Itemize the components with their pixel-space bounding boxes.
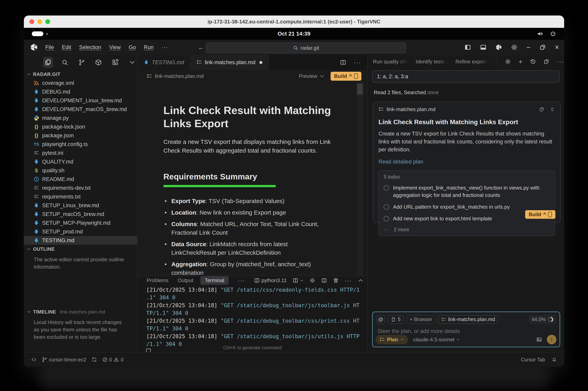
open-chat-icon[interactable]: [544, 59, 549, 65]
read-detailed-plan-link[interactable]: Read detailed plan: [378, 159, 555, 165]
chat-tab-2[interactable]: Refine export links f: [456, 59, 489, 65]
tab-testing-md[interactable]: TESTING.md: [137, 55, 190, 70]
package-view-button[interactable]: [94, 57, 104, 68]
kill-terminal-icon[interactable]: [333, 278, 339, 283]
build-button[interactable]: Build ^: [525, 210, 555, 219]
build-button[interactable]: Build ^: [331, 72, 361, 81]
chat-input-box[interactable]: @ 5 + Browser link-matches.plan.md 44.0%: [372, 311, 560, 347]
editor-scrollbar[interactable]: [357, 83, 363, 275]
file-item[interactable]: SETUP_Linux_brew.md: [24, 201, 137, 210]
file-item[interactable]: coverage.xml: [24, 79, 137, 88]
plan-file-name[interactable]: link-matches.plan.md: [387, 106, 436, 112]
file-item[interactable]: SETUP_prod.md: [24, 227, 137, 236]
file-item[interactable]: requirements.txt: [24, 192, 137, 201]
scrollbar-thumb[interactable]: [357, 84, 363, 95]
file-item[interactable]: $quality.sh: [24, 166, 137, 175]
source-control-view-button[interactable]: [77, 57, 87, 68]
sync-icon[interactable]: [92, 357, 97, 362]
new-chat-icon[interactable]: +: [518, 58, 522, 65]
file-item[interactable]: DEBUG.md: [24, 88, 137, 96]
chat-settings-icon[interactable]: [505, 59, 511, 65]
file-item[interactable]: {}package-lock.json: [24, 122, 137, 131]
window-minimize-button[interactable]: −: [526, 44, 531, 51]
notifications-bell-icon[interactable]: [551, 357, 557, 362]
git-branch-status[interactable]: cursor-timon-ec2: [42, 357, 86, 363]
menu-go[interactable]: Go: [129, 44, 136, 50]
todo-checkbox[interactable]: [384, 204, 389, 210]
open-in-editor-icon[interactable]: [539, 107, 544, 112]
more-views-button[interactable]: [127, 57, 137, 68]
breadcrumb-file[interactable]: link-matches.plan.md: [155, 73, 204, 79]
cursor-tab-status[interactable]: Cursor Tab: [521, 357, 545, 363]
panel-more-icon[interactable]: ···: [238, 277, 245, 284]
split-terminal-icon[interactable]: [321, 278, 327, 283]
menu-file[interactable]: File: [45, 44, 54, 50]
panel-tab-output[interactable]: Output: [178, 277, 193, 284]
attach-image-icon[interactable]: [536, 337, 542, 343]
collapse-expand-icon[interactable]: [550, 107, 555, 112]
preview-dropdown[interactable]: Preview: [299, 73, 324, 79]
tab-link-matches-plan[interactable]: link-matches.plan.md: [190, 55, 269, 70]
toggle-panel-icon[interactable]: [480, 44, 487, 51]
explorer-view-button[interactable]: [43, 57, 53, 68]
shell-selector[interactable]: python3.11: [254, 277, 287, 284]
menu-edit[interactable]: Edit: [62, 44, 71, 50]
file-item[interactable]: SETUP_MCP-Playwright.md: [24, 218, 137, 227]
model-selector[interactable]: claude-4.5-sonnet: [413, 337, 460, 343]
explorer-root-header[interactable]: RADAR.GIT: [24, 70, 137, 79]
file-item[interactable]: DEVELOPMENT_Linux_brew.md: [24, 96, 137, 105]
file-item[interactable]: SETUP_macOS_brew.md: [24, 210, 137, 218]
chat-tab-0[interactable]: Run quality check an: [373, 59, 408, 65]
file-item[interactable]: README.md: [24, 175, 137, 184]
todo-item[interactable]: Implement export_link_matches_view() fun…: [384, 184, 550, 199]
file-item[interactable]: pytest.ini: [24, 149, 137, 157]
chat-tab-1[interactable]: Identify tests with e: [416, 59, 448, 65]
toggle-sidebar-icon[interactable]: [464, 44, 471, 51]
timeline-section-header[interactable]: TIMELINE link-matches.plan.md: [24, 307, 137, 316]
terminal-settings-icon[interactable]: [310, 278, 315, 283]
todo-checkbox[interactable]: [384, 216, 389, 221]
mention-button[interactable]: @: [376, 315, 385, 324]
settings-gear-icon[interactable]: [511, 44, 518, 51]
terminal-more-icon[interactable]: ···: [345, 277, 352, 284]
split-editor-icon[interactable]: [340, 59, 346, 66]
nav-back-button[interactable]: ←: [198, 44, 204, 51]
problems-status[interactable]: 0 0: [102, 357, 124, 363]
file-item[interactable]: requirements-dev.txt: [24, 184, 137, 192]
file-item[interactable]: manage.py: [24, 114, 137, 122]
add-browser-chip[interactable]: + Browser: [407, 315, 435, 324]
minimize-traffic-light[interactable]: [37, 19, 42, 24]
zoom-traffic-light[interactable]: [45, 19, 50, 24]
window-close-button[interactable]: ×: [555, 44, 559, 51]
command-search-input[interactable]: radar.git: [206, 43, 406, 53]
context-usage[interactable]: 44.0%: [529, 315, 556, 324]
system-menu-pill[interactable]: [32, 31, 43, 36]
todo-more[interactable]: ··· 2 more: [384, 227, 550, 232]
menu-run[interactable]: Run: [144, 44, 154, 50]
chat-input-placeholder[interactable]: Steer the plan, or add more details: [377, 328, 556, 334]
file-item[interactable]: TESTING.md: [24, 236, 137, 245]
maximize-panel-icon[interactable]: [358, 278, 363, 283]
launch-profile-dropdown[interactable]: [293, 278, 304, 283]
menu-more-button[interactable]: ···: [162, 44, 168, 50]
editor-more-actions-icon[interactable]: ···: [354, 59, 361, 66]
user-message[interactable]: 1: a, 2: a, 3:a: [372, 70, 559, 83]
menu-selection[interactable]: Selection: [79, 44, 101, 50]
cursor-ai-icon[interactable]: [495, 44, 502, 51]
dirty-indicator[interactable]: [259, 61, 262, 64]
send-button[interactable]: ↑: [547, 335, 556, 344]
plan-file-chip[interactable]: link-matches.plan.md: [438, 315, 498, 324]
extensions-view-button[interactable]: [110, 57, 120, 68]
close-traffic-light[interactable]: [29, 19, 34, 24]
file-item[interactable]: {}package.json: [24, 131, 137, 140]
outline-section-header[interactable]: OUTLINE: [24, 245, 137, 254]
chat-more-icon[interactable]: ···: [557, 58, 564, 65]
search-view-button[interactable]: [60, 57, 70, 68]
window-restore-button[interactable]: [539, 44, 546, 51]
volume-icon[interactable]: [537, 31, 543, 37]
chat-history-icon[interactable]: [530, 59, 536, 65]
panel-tab-problems[interactable]: Problems: [147, 277, 169, 284]
todo-item[interactable]: Add new export link to export.html templ…: [384, 215, 550, 222]
file-item[interactable]: DEVELOPMENT_macOS_brew.md: [24, 105, 137, 114]
menu-view[interactable]: View: [109, 44, 121, 50]
